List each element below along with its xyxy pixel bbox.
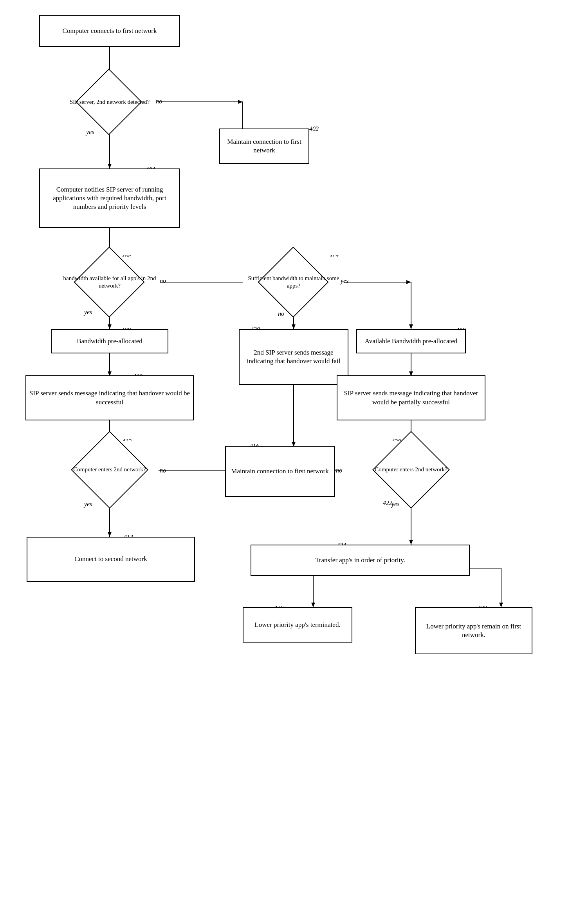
svg-marker-37 — [409, 540, 413, 545]
label-no-d406: no — [160, 277, 166, 284]
diamond-sufficient-417: Sufficient bandwidth to maintain some ap… — [243, 257, 345, 308]
diamond-sip-detected: SIP server, 2nd network detected? — [63, 78, 157, 127]
ref-402: 402 — [309, 125, 319, 132]
box-sip-success-410: SIP server sends message indicating that… — [25, 375, 194, 420]
svg-marker-32 — [292, 324, 296, 329]
label-yes-d406: yes — [84, 309, 92, 316]
label-no-d412: no — [160, 467, 166, 474]
start-box: Computer connects to first network — [39, 15, 180, 47]
box-avail-bandwidth-418: Available Bandwidth pre-allocated — [356, 329, 466, 353]
ref-422: 422 — [383, 500, 392, 507]
svg-marker-31 — [108, 532, 112, 537]
box-maintain-416: Maintain connection to first network — [225, 446, 335, 497]
box-lower-remain-428: Lower priority app's remain on first net… — [415, 607, 532, 654]
label-no-d1: no — [156, 98, 162, 105]
svg-marker-28 — [108, 324, 112, 329]
svg-marker-26 — [108, 164, 112, 168]
svg-marker-34 — [409, 324, 413, 329]
box-connect-414: Connect to second network — [27, 537, 195, 582]
label-no-d417: no — [278, 310, 284, 317]
diamond-bandwidth-406: bandwidth available for all app's in 2nd… — [59, 257, 161, 308]
label-yes-d412: yes — [84, 501, 92, 508]
svg-marker-38 — [311, 603, 315, 607]
label-yes-d1: yes — [86, 129, 94, 136]
box-transfer-424: Transfer app's in order of priority. — [251, 545, 470, 576]
flowchart: 400 Computer connects to first network S… — [0, 0, 588, 898]
box-notify-404: Computer notifies SIP server of running … — [39, 168, 180, 228]
box-lower-priority-426: Lower priority app's terminated. — [243, 607, 352, 643]
svg-marker-40 — [238, 100, 243, 104]
box-sip-fail-430: 2nd SIP server sends message indicating … — [239, 329, 348, 385]
svg-marker-42 — [406, 280, 411, 284]
diamond-enters-412: Computer enters 2nd network? — [61, 441, 159, 499]
box-maintain-402: Maintain connection to first network — [219, 129, 309, 164]
label-yes-d420: yes — [391, 501, 399, 508]
diamond-enters-420: Computer enters 2nd network? — [341, 441, 482, 499]
box-bandwidth-408: Bandwidth pre-allocated — [51, 329, 168, 353]
box-sip-partial-418: SIP server sends message indicating that… — [337, 375, 485, 420]
svg-marker-39 — [499, 603, 503, 607]
label-no-d420: no — [336, 467, 342, 474]
